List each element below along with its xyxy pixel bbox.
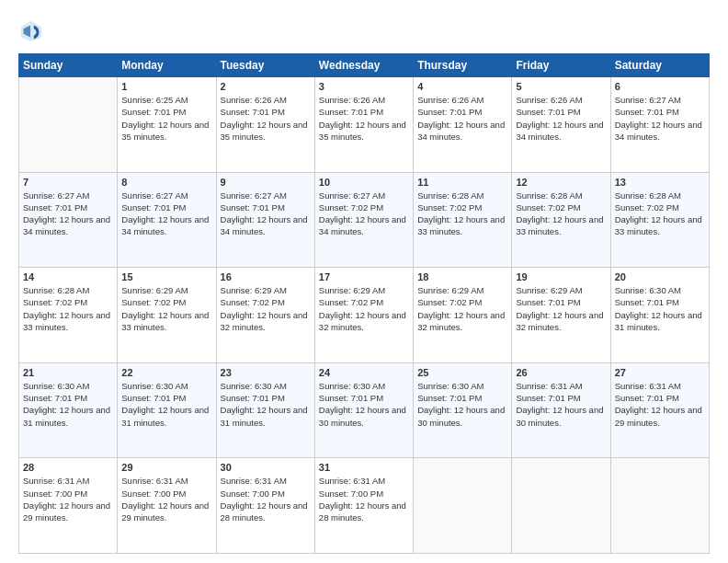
day-info: Sunrise: 6:27 AMSunset: 7:02 PMDaylight:… <box>319 190 409 238</box>
day-number: 10 <box>319 177 409 188</box>
weekday-header-sunday: Sunday <box>19 54 118 77</box>
day-info: Sunrise: 6:27 AMSunset: 7:01 PMDaylight:… <box>221 190 311 238</box>
day-number: 27 <box>615 367 705 378</box>
day-info: Sunrise: 6:31 AMSunset: 7:01 PMDaylight:… <box>615 380 705 429</box>
day-number: 14 <box>23 271 113 282</box>
day-number: 25 <box>417 367 507 378</box>
calendar-cell: 6Sunrise: 6:27 AMSunset: 7:01 PMDaylight… <box>610 77 709 173</box>
calendar-cell: 29Sunrise: 6:31 AMSunset: 7:00 PMDayligh… <box>118 458 216 554</box>
calendar-cell: 3Sunrise: 6:26 AMSunset: 7:01 PMDaylight… <box>314 77 413 173</box>
day-number: 3 <box>319 81 409 92</box>
day-info: Sunrise: 6:28 AMSunset: 7:02 PMDaylight:… <box>23 284 113 333</box>
calendar-cell: 24Sunrise: 6:30 AMSunset: 7:01 PMDayligh… <box>314 362 413 458</box>
calendar-cell: 14Sunrise: 6:28 AMSunset: 7:02 PMDayligh… <box>19 268 118 363</box>
weekday-header-thursday: Thursday <box>414 54 512 77</box>
logo-icon <box>18 18 44 44</box>
day-info: Sunrise: 6:26 AMSunset: 7:01 PMDaylight:… <box>417 94 507 143</box>
day-number: 22 <box>121 367 211 378</box>
day-info: Sunrise: 6:30 AMSunset: 7:01 PMDaylight:… <box>417 380 507 429</box>
calendar-cell: 18Sunrise: 6:29 AMSunset: 7:02 PMDayligh… <box>414 268 512 363</box>
calendar-cell: 5Sunrise: 6:26 AMSunset: 7:01 PMDaylight… <box>512 77 610 173</box>
day-number: 16 <box>221 271 311 282</box>
day-number: 15 <box>121 271 211 282</box>
weekday-header-friday: Friday <box>512 54 610 77</box>
header <box>18 18 710 44</box>
calendar-cell: 4Sunrise: 6:26 AMSunset: 7:01 PMDaylight… <box>414 77 512 173</box>
day-info: Sunrise: 6:28 AMSunset: 7:02 PMDaylight:… <box>615 190 705 238</box>
day-number: 1 <box>121 81 211 92</box>
day-info: Sunrise: 6:31 AMSunset: 7:00 PMDaylight:… <box>221 475 311 523</box>
day-number: 5 <box>516 81 606 92</box>
calendar-week-row: 21Sunrise: 6:30 AMSunset: 7:01 PMDayligh… <box>19 362 710 458</box>
calendar-table: SundayMondayTuesdayWednesdayThursdayFrid… <box>18 53 710 554</box>
day-info: Sunrise: 6:27 AMSunset: 7:01 PMDaylight:… <box>121 190 211 238</box>
day-number: 20 <box>615 271 705 282</box>
day-info: Sunrise: 6:27 AMSunset: 7:01 PMDaylight:… <box>23 190 113 238</box>
calendar-cell: 31Sunrise: 6:31 AMSunset: 7:00 PMDayligh… <box>314 458 413 554</box>
day-info: Sunrise: 6:29 AMSunset: 7:02 PMDaylight:… <box>319 284 409 333</box>
calendar-cell: 11Sunrise: 6:28 AMSunset: 7:02 PMDayligh… <box>414 172 512 268</box>
calendar-cell <box>512 458 610 554</box>
weekday-header-wednesday: Wednesday <box>314 54 413 77</box>
calendar-cell: 21Sunrise: 6:30 AMSunset: 7:01 PMDayligh… <box>19 362 118 458</box>
day-info: Sunrise: 6:26 AMSunset: 7:01 PMDaylight:… <box>221 94 311 143</box>
calendar-cell: 1Sunrise: 6:25 AMSunset: 7:01 PMDaylight… <box>118 77 216 173</box>
calendar-cell: 7Sunrise: 6:27 AMSunset: 7:01 PMDaylight… <box>19 172 118 268</box>
weekday-header-saturday: Saturday <box>610 54 709 77</box>
calendar-week-row: 14Sunrise: 6:28 AMSunset: 7:02 PMDayligh… <box>19 268 710 363</box>
calendar-cell: 9Sunrise: 6:27 AMSunset: 7:01 PMDaylight… <box>216 172 314 268</box>
day-number: 28 <box>23 462 113 473</box>
day-info: Sunrise: 6:30 AMSunset: 7:01 PMDaylight:… <box>121 380 211 429</box>
day-number: 24 <box>319 367 409 378</box>
day-info: Sunrise: 6:30 AMSunset: 7:01 PMDaylight:… <box>615 284 705 333</box>
day-info: Sunrise: 6:31 AMSunset: 7:01 PMDaylight:… <box>516 380 606 429</box>
calendar-cell: 8Sunrise: 6:27 AMSunset: 7:01 PMDaylight… <box>118 172 216 268</box>
calendar-cell: 22Sunrise: 6:30 AMSunset: 7:01 PMDayligh… <box>118 362 216 458</box>
day-info: Sunrise: 6:31 AMSunset: 7:00 PMDaylight:… <box>121 475 211 523</box>
day-info: Sunrise: 6:27 AMSunset: 7:01 PMDaylight:… <box>615 94 705 143</box>
day-info: Sunrise: 6:31 AMSunset: 7:00 PMDaylight:… <box>23 475 113 523</box>
day-info: Sunrise: 6:28 AMSunset: 7:02 PMDaylight:… <box>516 190 606 238</box>
page: SundayMondayTuesdayWednesdayThursdayFrid… <box>0 0 728 563</box>
day-info: Sunrise: 6:28 AMSunset: 7:02 PMDaylight:… <box>417 190 507 238</box>
weekday-header-monday: Monday <box>118 54 216 77</box>
calendar-cell: 26Sunrise: 6:31 AMSunset: 7:01 PMDayligh… <box>512 362 610 458</box>
calendar-cell: 15Sunrise: 6:29 AMSunset: 7:02 PMDayligh… <box>118 268 216 363</box>
day-info: Sunrise: 6:26 AMSunset: 7:01 PMDaylight:… <box>319 94 409 143</box>
day-number: 17 <box>319 271 409 282</box>
day-number: 21 <box>23 367 113 378</box>
calendar-cell <box>19 77 118 173</box>
day-number: 8 <box>121 177 211 188</box>
day-number: 18 <box>417 271 507 282</box>
calendar-cell: 10Sunrise: 6:27 AMSunset: 7:02 PMDayligh… <box>314 172 413 268</box>
calendar-cell: 16Sunrise: 6:29 AMSunset: 7:02 PMDayligh… <box>216 268 314 363</box>
calendar-week-row: 1Sunrise: 6:25 AMSunset: 7:01 PMDaylight… <box>19 77 710 173</box>
day-info: Sunrise: 6:30 AMSunset: 7:01 PMDaylight:… <box>221 380 311 429</box>
day-number: 7 <box>23 177 113 188</box>
day-info: Sunrise: 6:26 AMSunset: 7:01 PMDaylight:… <box>516 94 606 143</box>
day-number: 23 <box>221 367 311 378</box>
day-info: Sunrise: 6:29 AMSunset: 7:02 PMDaylight:… <box>221 284 311 333</box>
calendar-cell: 17Sunrise: 6:29 AMSunset: 7:02 PMDayligh… <box>314 268 413 363</box>
calendar-cell <box>414 458 512 554</box>
day-number: 19 <box>516 271 606 282</box>
day-number: 31 <box>319 462 409 473</box>
day-info: Sunrise: 6:30 AMSunset: 7:01 PMDaylight:… <box>319 380 409 429</box>
calendar-week-row: 7Sunrise: 6:27 AMSunset: 7:01 PMDaylight… <box>19 172 710 268</box>
day-number: 9 <box>221 177 311 188</box>
day-number: 2 <box>221 81 311 92</box>
day-number: 29 <box>121 462 211 473</box>
calendar-cell: 25Sunrise: 6:30 AMSunset: 7:01 PMDayligh… <box>414 362 512 458</box>
weekday-header-tuesday: Tuesday <box>216 54 314 77</box>
calendar-cell: 27Sunrise: 6:31 AMSunset: 7:01 PMDayligh… <box>610 362 709 458</box>
day-number: 6 <box>615 81 705 92</box>
day-number: 12 <box>516 177 606 188</box>
day-info: Sunrise: 6:30 AMSunset: 7:01 PMDaylight:… <box>23 380 113 429</box>
weekday-header-row: SundayMondayTuesdayWednesdayThursdayFrid… <box>19 54 710 77</box>
calendar-cell: 13Sunrise: 6:28 AMSunset: 7:02 PMDayligh… <box>610 172 709 268</box>
calendar-cell: 28Sunrise: 6:31 AMSunset: 7:00 PMDayligh… <box>19 458 118 554</box>
calendar-cell: 12Sunrise: 6:28 AMSunset: 7:02 PMDayligh… <box>512 172 610 268</box>
calendar-cell: 30Sunrise: 6:31 AMSunset: 7:00 PMDayligh… <box>216 458 314 554</box>
day-info: Sunrise: 6:29 AMSunset: 7:02 PMDaylight:… <box>121 284 211 333</box>
calendar-cell: 19Sunrise: 6:29 AMSunset: 7:01 PMDayligh… <box>512 268 610 363</box>
